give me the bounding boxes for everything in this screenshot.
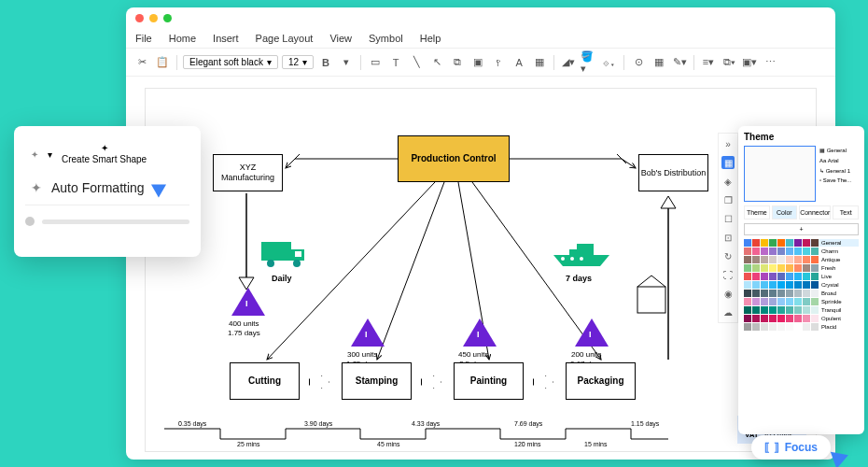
more-icon[interactable]: ⋯ bbox=[762, 54, 778, 71]
cursor-icon[interactable]: ↖ bbox=[428, 54, 445, 71]
menu-symbol[interactable]: Symbol bbox=[369, 33, 403, 44]
svg-point-14 bbox=[580, 257, 583, 261]
sparkle-icon: ✦ bbox=[31, 180, 42, 195]
swatch-row-live[interactable]: Live bbox=[744, 273, 859, 280]
line-icon[interactable]: ╲ bbox=[408, 54, 425, 71]
swatch-row-fresh[interactable]: Fresh bbox=[744, 264, 859, 272]
dropdown-icon[interactable]: ▾ bbox=[338, 54, 355, 71]
swatch-row-antique[interactable]: Antique bbox=[744, 256, 859, 263]
swatch-row-sprinkle[interactable]: Sprinkle bbox=[744, 298, 859, 305]
slider-dot[interactable] bbox=[25, 217, 35, 226]
cursor-icon bbox=[151, 178, 170, 198]
tab-color[interactable]: Color bbox=[772, 205, 798, 219]
smart-shape-popup: ✦ ▾ ✦Create Smart Shape ✦ Auto Formattin… bbox=[14, 126, 201, 257]
theme-opt-general[interactable]: ▦ General bbox=[819, 146, 859, 156]
triangle-4[interactable]: I bbox=[575, 318, 609, 347]
triangle-3[interactable]: I bbox=[463, 318, 497, 347]
menu-view[interactable]: View bbox=[329, 33, 352, 44]
menu-file[interactable]: File bbox=[135, 33, 152, 44]
theme-opt-font[interactable]: Aa Arial bbox=[819, 156, 859, 166]
swatch-row-broad[interactable]: Broad bbox=[744, 290, 859, 297]
comment-icon[interactable]: ⊡ bbox=[721, 231, 735, 244]
dropdown-icon[interactable]: ▾ bbox=[48, 149, 52, 160]
max-dot[interactable] bbox=[163, 14, 172, 22]
svg-rect-11 bbox=[569, 249, 577, 255]
layers-icon[interactable]: ◈ bbox=[721, 175, 735, 188]
font-select[interactable]: Elegant soft black ▾ bbox=[183, 55, 278, 69]
crop-icon[interactable]: ⟐▾ bbox=[601, 54, 618, 71]
svg-point-12 bbox=[561, 257, 565, 261]
search-icon[interactable]: ⊙ bbox=[630, 54, 647, 71]
text-icon[interactable]: T bbox=[387, 54, 404, 71]
swatch-row-charm[interactable]: Charm bbox=[744, 248, 859, 255]
close-dot[interactable] bbox=[135, 14, 144, 22]
menu-pagelayout[interactable]: Page Layout bbox=[256, 33, 314, 44]
image-icon[interactable]: ▣ bbox=[469, 54, 486, 71]
step-stamping[interactable]: Stamping bbox=[342, 362, 412, 400]
layer-icon[interactable]: ▣▾ bbox=[741, 54, 758, 71]
min-dot[interactable] bbox=[149, 14, 158, 22]
grid-tool-icon[interactable]: ▦ bbox=[721, 156, 735, 169]
bucket-icon[interactable]: 🪣▾ bbox=[581, 54, 597, 71]
slider-track[interactable] bbox=[42, 219, 189, 224]
chart-icon[interactable]: ⫯ bbox=[490, 54, 507, 71]
svg-rect-4 bbox=[637, 287, 665, 313]
step-painting[interactable]: Painting bbox=[454, 362, 524, 400]
theme-opt-save[interactable]: ▫ Save The... bbox=[819, 176, 859, 186]
rect-icon[interactable]: ▭ bbox=[367, 54, 384, 71]
align-icon[interactable]: ≡▾ bbox=[700, 54, 717, 71]
pen-icon[interactable]: ✎▾ bbox=[671, 54, 688, 71]
add-theme-btn[interactable]: + bbox=[744, 223, 859, 235]
fill-icon[interactable]: ◢▾ bbox=[560, 54, 577, 71]
menubar: File Home Insert Page Layout View Symbol… bbox=[126, 28, 835, 49]
svg-point-9 bbox=[293, 260, 301, 267]
history-icon[interactable]: ↻ bbox=[721, 249, 735, 262]
link-icon[interactable]: ⧉ bbox=[449, 54, 466, 71]
size-select[interactable]: 12 ▾ bbox=[282, 55, 314, 69]
svg-rect-10 bbox=[577, 244, 594, 255]
ship-icon bbox=[549, 236, 614, 272]
cloud-icon[interactable]: ☁ bbox=[721, 305, 735, 318]
location-icon[interactable]: ◉ bbox=[721, 287, 735, 300]
tab-connector[interactable]: Connector bbox=[799, 205, 831, 219]
daily-label: Daily bbox=[272, 274, 292, 284]
cut-icon[interactable]: ✂ bbox=[133, 54, 150, 71]
expand2-icon[interactable]: ⛶ bbox=[721, 268, 735, 281]
cursor-icon bbox=[831, 446, 851, 467]
tri1-lbl: 400 units1.75 days bbox=[228, 319, 260, 337]
grid-icon[interactable]: ▦ bbox=[651, 54, 667, 71]
menu-home[interactable]: Home bbox=[169, 33, 196, 44]
expand-icon[interactable]: » bbox=[721, 137, 735, 150]
tab-theme[interactable]: Theme bbox=[744, 205, 770, 219]
focus-icon: ⟦ ⟧ bbox=[764, 441, 778, 454]
theme-opt-conn[interactable]: ↳ General 1 bbox=[819, 166, 859, 177]
table-icon[interactable]: ▦ bbox=[531, 54, 548, 71]
truck-icon bbox=[259, 238, 311, 271]
focus-button[interactable]: ⟦ ⟧ Focus bbox=[751, 435, 831, 460]
menu-insert[interactable]: Insert bbox=[213, 33, 239, 44]
create-smart-btn[interactable]: Create Smart Shape bbox=[62, 154, 147, 164]
font2-icon[interactable]: A bbox=[511, 54, 527, 71]
page-icon[interactable]: ☐ bbox=[721, 212, 735, 225]
svg-point-13 bbox=[570, 257, 574, 261]
tab-text[interactable]: Text bbox=[833, 205, 859, 219]
canvas[interactable]: Production Control XYZ Manufacturing Bob… bbox=[145, 88, 817, 452]
svg-rect-7 bbox=[295, 251, 301, 257]
swatch-row-crystal[interactable]: Crystal bbox=[744, 281, 859, 289]
theme-preview[interactable] bbox=[744, 146, 816, 202]
theme-title: Theme bbox=[744, 132, 859, 142]
copy-icon[interactable]: 📋 bbox=[154, 54, 171, 71]
swatch-row-opulent[interactable]: Opulent bbox=[744, 315, 859, 322]
auto-formatting-btn[interactable]: ✦ Auto Formatting bbox=[25, 171, 189, 205]
swatch-row-tranquil[interactable]: Tranquil bbox=[744, 306, 859, 314]
menu-help[interactable]: Help bbox=[420, 33, 441, 44]
swatch-row-general[interactable]: General bbox=[744, 239, 859, 247]
bold-icon[interactable]: B bbox=[317, 54, 334, 71]
layers2-icon[interactable]: ❐ bbox=[721, 193, 735, 206]
step-packaging[interactable]: Packaging bbox=[566, 362, 636, 400]
group-icon[interactable]: ⧉▾ bbox=[721, 54, 737, 71]
swatch-row-placid[interactable]: Placid bbox=[744, 323, 859, 331]
step-cutting[interactable]: Cutting bbox=[230, 362, 300, 400]
triangle-2[interactable]: I bbox=[351, 318, 385, 347]
triangle-1[interactable]: I bbox=[231, 288, 265, 316]
